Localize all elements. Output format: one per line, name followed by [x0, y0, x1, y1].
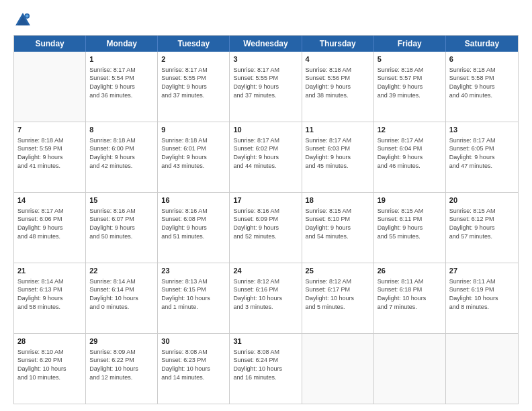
weekday-header: Friday — [374, 36, 446, 52]
cell-info: Sunrise: 8:17 AMSunset: 6:03 PMDaylight:… — [306, 136, 370, 170]
calendar-cell: 19Sunrise: 8:15 AMSunset: 6:11 PMDayligh… — [374, 193, 446, 263]
calendar-cell: 12Sunrise: 8:17 AMSunset: 6:04 PMDayligh… — [374, 122, 446, 192]
calendar-cell: 22Sunrise: 8:14 AMSunset: 6:14 PMDayligh… — [86, 263, 158, 333]
day-number: 27 — [449, 266, 515, 276]
cell-info: Sunrise: 8:17 AMSunset: 6:04 PMDaylight:… — [378, 136, 442, 170]
day-number: 20 — [449, 195, 515, 205]
calendar-cell: 8Sunrise: 8:18 AMSunset: 6:00 PMDaylight… — [86, 122, 158, 192]
calendar-cell: 16Sunrise: 8:16 AMSunset: 6:08 PMDayligh… — [158, 193, 230, 263]
calendar-cell: 26Sunrise: 8:11 AMSunset: 6:18 PMDayligh… — [374, 263, 446, 333]
day-number: 9 — [161, 125, 226, 135]
logo — [13, 11, 35, 30]
calendar-cell — [302, 334, 374, 404]
weekday-header: Wednesday — [230, 36, 302, 52]
weekday-header: Thursday — [302, 36, 374, 52]
day-number: 17 — [233, 195, 298, 205]
calendar-cell: 3Sunrise: 8:17 AMSunset: 5:55 PMDaylight… — [230, 52, 302, 122]
cell-info: Sunrise: 8:13 AMSunset: 6:15 PMDaylight:… — [161, 277, 226, 311]
logo-icon — [13, 11, 32, 30]
day-number: 23 — [161, 266, 226, 276]
calendar-cell: 18Sunrise: 8:15 AMSunset: 6:10 PMDayligh… — [302, 193, 374, 263]
cell-info: Sunrise: 8:17 AMSunset: 5:54 PMDaylight:… — [89, 66, 154, 99]
cell-info: Sunrise: 8:16 AMSunset: 6:07 PMDaylight:… — [89, 207, 154, 240]
calendar-cell: 4Sunrise: 8:18 AMSunset: 5:56 PMDaylight… — [302, 52, 374, 122]
day-number: 6 — [449, 54, 515, 64]
day-number: 31 — [233, 336, 298, 347]
calendar-header: SundayMondayTuesdayWednesdayThursdayFrid… — [14, 36, 518, 52]
calendar-cell: 9Sunrise: 8:18 AMSunset: 6:01 PMDaylight… — [158, 122, 230, 192]
calendar-cell: 17Sunrise: 8:16 AMSunset: 6:09 PMDayligh… — [230, 193, 302, 263]
calendar-cell: 13Sunrise: 8:17 AMSunset: 6:05 PMDayligh… — [446, 122, 518, 192]
cell-info: Sunrise: 8:15 AMSunset: 6:10 PMDaylight:… — [306, 207, 370, 240]
day-number: 4 — [306, 54, 370, 64]
calendar-cell: 2Sunrise: 8:17 AMSunset: 5:55 PMDaylight… — [158, 52, 230, 122]
calendar-cell: 14Sunrise: 8:17 AMSunset: 6:06 PMDayligh… — [14, 193, 86, 263]
cell-info: Sunrise: 8:18 AMSunset: 6:00 PMDaylight:… — [89, 136, 154, 170]
cell-info: Sunrise: 8:18 AMSunset: 6:01 PMDaylight:… — [161, 136, 226, 170]
weekday-header: Monday — [86, 36, 158, 52]
cell-info: Sunrise: 8:18 AMSunset: 5:58 PMDaylight:… — [449, 66, 515, 99]
cell-info: Sunrise: 8:18 AMSunset: 5:56 PMDaylight:… — [306, 66, 370, 99]
cell-info: Sunrise: 8:10 AMSunset: 6:20 PMDaylight:… — [17, 348, 82, 381]
calendar-cell: 25Sunrise: 8:12 AMSunset: 6:17 PMDayligh… — [302, 263, 374, 333]
cell-info: Sunrise: 8:12 AMSunset: 6:17 PMDaylight:… — [306, 277, 370, 311]
calendar-cell: 10Sunrise: 8:17 AMSunset: 6:02 PMDayligh… — [230, 122, 302, 192]
day-number: 1 — [89, 54, 154, 64]
calendar-cell: 28Sunrise: 8:10 AMSunset: 6:20 PMDayligh… — [14, 334, 86, 404]
cell-info: Sunrise: 8:08 AMSunset: 6:24 PMDaylight:… — [233, 348, 298, 381]
day-number: 21 — [17, 266, 82, 276]
cell-info: Sunrise: 8:15 AMSunset: 6:11 PMDaylight:… — [378, 207, 442, 240]
weekday-header: Saturday — [446, 36, 518, 52]
cell-info: Sunrise: 8:14 AMSunset: 6:13 PMDaylight:… — [17, 277, 82, 311]
cell-info: Sunrise: 8:08 AMSunset: 6:23 PMDaylight:… — [161, 348, 226, 381]
cell-info: Sunrise: 8:11 AMSunset: 6:18 PMDaylight:… — [378, 277, 442, 311]
calendar-row: 28Sunrise: 8:10 AMSunset: 6:20 PMDayligh… — [14, 333, 518, 404]
day-number: 13 — [449, 125, 515, 135]
calendar: SundayMondayTuesdayWednesdayThursdayFrid… — [13, 35, 519, 404]
calendar-cell: 7Sunrise: 8:18 AMSunset: 5:59 PMDaylight… — [14, 122, 86, 192]
day-number: 11 — [306, 125, 370, 135]
calendar-cell: 23Sunrise: 8:13 AMSunset: 6:15 PMDayligh… — [158, 263, 230, 333]
calendar-cell: 29Sunrise: 8:09 AMSunset: 6:22 PMDayligh… — [86, 334, 158, 404]
calendar-cell: 20Sunrise: 8:15 AMSunset: 6:12 PMDayligh… — [446, 193, 518, 263]
day-number: 3 — [233, 54, 298, 64]
page-header — [13, 11, 519, 30]
calendar-cell: 11Sunrise: 8:17 AMSunset: 6:03 PMDayligh… — [302, 122, 374, 192]
day-number: 16 — [161, 195, 226, 205]
day-number: 26 — [378, 266, 442, 276]
calendar-row: 1Sunrise: 8:17 AMSunset: 5:54 PMDaylight… — [14, 52, 518, 122]
day-number: 8 — [89, 125, 154, 135]
calendar-row: 21Sunrise: 8:14 AMSunset: 6:13 PMDayligh… — [14, 263, 518, 333]
calendar-cell: 6Sunrise: 8:18 AMSunset: 5:58 PMDaylight… — [446, 52, 518, 122]
day-number: 19 — [378, 195, 442, 205]
day-number: 29 — [89, 336, 154, 347]
cell-info: Sunrise: 8:15 AMSunset: 6:12 PMDaylight:… — [449, 207, 515, 240]
calendar-cell: 15Sunrise: 8:16 AMSunset: 6:07 PMDayligh… — [86, 193, 158, 263]
calendar-row: 14Sunrise: 8:17 AMSunset: 6:06 PMDayligh… — [14, 192, 518, 263]
calendar-cell: 30Sunrise: 8:08 AMSunset: 6:23 PMDayligh… — [158, 334, 230, 404]
cell-info: Sunrise: 8:18 AMSunset: 5:57 PMDaylight:… — [378, 66, 442, 99]
day-number: 5 — [378, 54, 442, 64]
cell-info: Sunrise: 8:17 AMSunset: 6:06 PMDaylight:… — [17, 207, 82, 240]
calendar-cell: 5Sunrise: 8:18 AMSunset: 5:57 PMDaylight… — [374, 52, 446, 122]
calendar-cell: 31Sunrise: 8:08 AMSunset: 6:24 PMDayligh… — [230, 334, 302, 404]
day-number: 24 — [233, 266, 298, 276]
calendar-cell — [446, 334, 518, 404]
day-number: 2 — [161, 54, 226, 64]
cell-info: Sunrise: 8:09 AMSunset: 6:22 PMDaylight:… — [89, 348, 154, 381]
day-number: 15 — [89, 195, 154, 205]
day-number: 22 — [89, 266, 154, 276]
cell-info: Sunrise: 8:17 AMSunset: 6:02 PMDaylight:… — [233, 136, 298, 170]
calendar-cell: 27Sunrise: 8:11 AMSunset: 6:19 PMDayligh… — [446, 263, 518, 333]
day-number: 18 — [306, 195, 370, 205]
svg-point-3 — [26, 14, 29, 17]
day-number: 30 — [161, 336, 226, 347]
calendar-row: 7Sunrise: 8:18 AMSunset: 5:59 PMDaylight… — [14, 122, 518, 192]
weekday-header: Sunday — [14, 36, 86, 52]
cell-info: Sunrise: 8:17 AMSunset: 5:55 PMDaylight:… — [161, 66, 226, 99]
weekday-header: Tuesday — [158, 36, 230, 52]
cell-info: Sunrise: 8:11 AMSunset: 6:19 PMDaylight:… — [449, 277, 515, 311]
cell-info: Sunrise: 8:14 AMSunset: 6:14 PMDaylight:… — [89, 277, 154, 311]
day-number: 28 — [17, 336, 82, 347]
day-number: 14 — [17, 195, 82, 205]
